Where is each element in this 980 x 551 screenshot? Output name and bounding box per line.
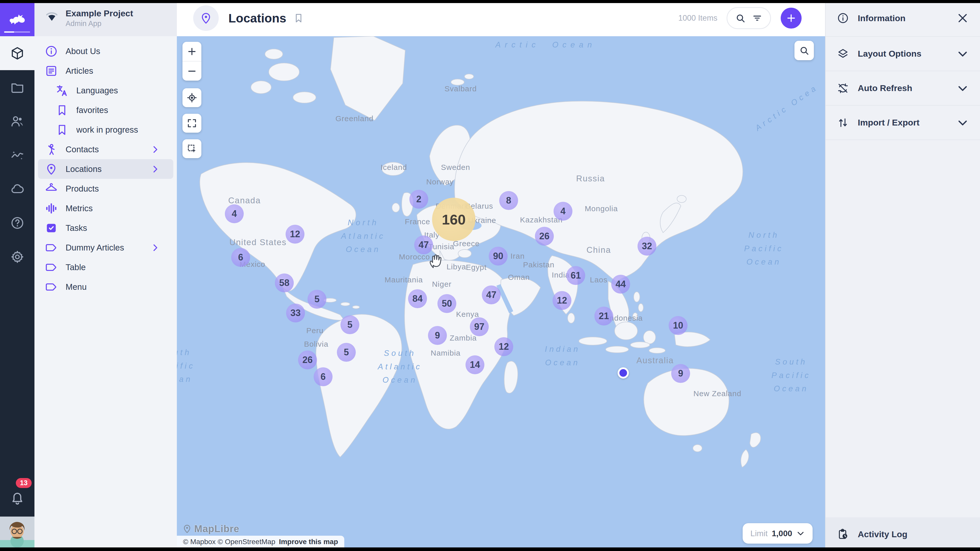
users-icon [10, 114, 24, 128]
map-cluster[interactable]: 9 [428, 326, 447, 345]
maplibre-watermark[interactable]: MapLibre [182, 523, 239, 535]
add-item-button[interactable] [781, 8, 802, 29]
module-help[interactable] [0, 206, 35, 240]
panel-section-layout-options[interactable]: Layout Options [826, 37, 980, 71]
zoom-controls [183, 42, 201, 81]
map-cluster[interactable]: 33 [286, 303, 305, 322]
close-icon[interactable] [956, 12, 969, 24]
nav-item-metrics[interactable]: Metrics [38, 198, 173, 218]
map-cluster[interactable]: 61 [566, 266, 585, 285]
map-cluster[interactable]: 8 [499, 191, 518, 210]
module-files[interactable] [0, 70, 35, 104]
chevron-right-icon [150, 144, 160, 154]
attribution-links[interactable]: © Mapbox © OpenStreetMap [183, 538, 275, 546]
map-cluster[interactable]: 90 [489, 247, 508, 265]
ocean-label: Indian Ocean [545, 343, 580, 369]
map-cluster[interactable]: 12 [552, 291, 571, 310]
module-cloud[interactable] [0, 172, 35, 206]
settings-icon [10, 250, 24, 264]
nav-item-languages[interactable]: Languages [38, 81, 173, 100]
zoom-out-button[interactable] [183, 62, 201, 81]
module-settings[interactable] [0, 240, 35, 274]
module-content[interactable] [0, 36, 35, 70]
zoom-in-button[interactable] [183, 42, 201, 62]
country-label: Greenland [335, 114, 373, 123]
map-cluster[interactable]: 26 [298, 351, 317, 369]
map-cluster[interactable]: 5 [337, 343, 356, 362]
nav-item-label: Products [65, 184, 99, 194]
geolocate-button[interactable] [183, 88, 201, 107]
map-cluster[interactable]: 26 [535, 227, 554, 246]
country-label: Norway [426, 178, 454, 186]
nav-item-articles[interactable]: Articles [38, 61, 173, 81]
panel-section-import-export[interactable]: Import / Export [826, 106, 980, 140]
map-cluster[interactable]: 58 [275, 273, 294, 292]
nav-item-locations[interactable]: Locations [38, 159, 173, 179]
page-header: Locations 1000 Items [177, 0, 825, 36]
filter-icon[interactable] [752, 13, 762, 24]
nav-item-work-in-progress[interactable]: work in progress [38, 120, 173, 140]
limit-value: 1,000 [772, 529, 792, 538]
map-cluster[interactable]: 6 [231, 248, 250, 267]
map-cluster[interactable]: 84 [408, 289, 427, 308]
bookmark-icon[interactable] [293, 13, 304, 24]
map-cluster[interactable]: 44 [611, 275, 630, 294]
app-logo[interactable] [0, 0, 35, 36]
country-label: Egypt [466, 263, 487, 272]
map-cluster[interactable]: 21 [594, 306, 613, 326]
information-label: Information [858, 13, 905, 23]
search-filter-pill [727, 7, 771, 29]
map-cluster[interactable]: 4 [225, 204, 244, 223]
nav-item-products[interactable]: Products [38, 179, 173, 198]
map-canvas[interactable]: GreenlandSvalbardIcelandSwedenNorwayDenm… [177, 36, 825, 548]
nav-item-favorites[interactable]: favorites [38, 100, 173, 120]
country-label: Kenya [456, 310, 479, 319]
country-label: China [587, 245, 611, 255]
map-cluster[interactable]: 160 [432, 198, 476, 241]
nav-item-table[interactable]: Table [38, 257, 173, 277]
map-cluster[interactable]: 47 [414, 235, 433, 254]
map-point-marker[interactable] [617, 367, 629, 379]
plus-icon [786, 13, 797, 24]
fullscreen-button[interactable] [183, 114, 201, 133]
map-cluster[interactable]: 32 [638, 237, 656, 256]
map-cluster[interactable]: 2 [409, 190, 428, 209]
map-cluster[interactable]: 12 [286, 225, 304, 244]
map-cluster[interactable]: 97 [470, 318, 489, 336]
chevron-down-icon [956, 117, 969, 129]
map-cluster[interactable]: 10 [669, 316, 687, 335]
project-header[interactable]: Example Project Admin App [35, 0, 177, 36]
search-icon[interactable] [735, 13, 746, 24]
nav-item-tasks[interactable]: Tasks [38, 218, 173, 238]
country-label: Mongolia [585, 204, 618, 213]
ocean-label: North Atlantic Ocean [341, 216, 385, 256]
nav-item-contacts[interactable]: Contacts [38, 140, 173, 159]
nav-item-menu[interactable]: Menu [38, 277, 173, 297]
ocean-label: South Pacific Ocean [772, 355, 811, 395]
map-cluster[interactable]: 50 [438, 294, 456, 313]
map-cluster[interactable]: 12 [494, 337, 513, 356]
nav-item-dummy-articles[interactable]: Dummy Articles [38, 238, 173, 257]
map-cluster[interactable]: 5 [307, 290, 326, 309]
panel-section-auto-refresh[interactable]: Auto Refresh [826, 71, 980, 106]
map-cluster[interactable]: 47 [482, 286, 501, 304]
map-cluster[interactable]: 9 [671, 364, 690, 383]
clipboard-clock-icon [837, 528, 849, 540]
improve-map-link[interactable]: Improve this map [279, 538, 338, 546]
map-search-button[interactable] [794, 41, 814, 60]
map-cluster[interactable]: 14 [466, 355, 484, 374]
ocean-label: South Atlantic Ocean [378, 347, 422, 387]
chevron-right-icon [150, 243, 160, 252]
map-cluster[interactable]: 5 [340, 315, 360, 334]
user-avatar[interactable] [0, 516, 35, 551]
nav-item-about-us[interactable]: About Us [38, 41, 173, 61]
map-cluster[interactable]: 4 [554, 202, 573, 221]
module-insights[interactable] [0, 138, 35, 172]
map-cluster[interactable]: 6 [313, 367, 332, 386]
activity-log-button[interactable]: Activity Log [826, 517, 980, 551]
notifications-button[interactable]: 13 [0, 480, 35, 515]
module-users[interactable] [0, 104, 35, 138]
box-select-button[interactable] [183, 139, 201, 158]
limit-dropdown[interactable]: Limit 1,000 [743, 523, 813, 544]
country-label: Oman [508, 273, 530, 282]
